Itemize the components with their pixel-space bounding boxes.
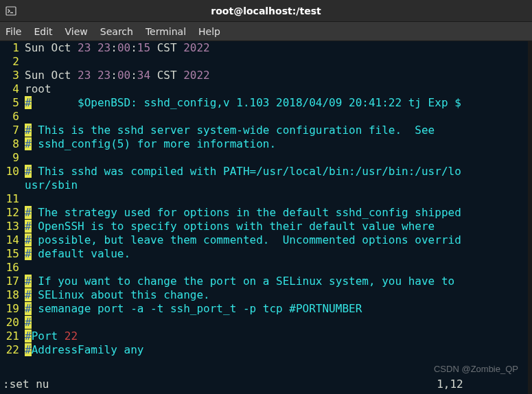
watermark: CSDN @Zombie_QP: [434, 362, 518, 376]
line-number: 19: [0, 302, 22, 316]
line-number: 5: [0, 96, 22, 110]
menu-view[interactable]: View: [65, 26, 88, 37]
editor-line[interactable]: 11: [0, 192, 532, 206]
line-content[interactable]: [22, 55, 25, 69]
line-content[interactable]: #AddressFamily any: [22, 343, 143, 357]
line-number: 6: [0, 110, 22, 124]
editor-line[interactable]: 3Sun Oct 23 23:00:34 CST 2022: [0, 69, 532, 82]
line-content[interactable]: # possible, but leave them commented. Un…: [22, 233, 461, 247]
editor-line[interactable]: 14# possible, but leave them commented. …: [0, 233, 532, 247]
editor-line[interactable]: 18# SELinux about this change.: [0, 288, 532, 302]
editor-line[interactable]: 2: [0, 55, 532, 69]
editor-line[interactable]: 4root: [0, 82, 532, 96]
line-number: 16: [0, 261, 22, 275]
editor-pane[interactable]: 1Sun Oct 23 23:00:15 CST 202223Sun Oct 2…: [0, 41, 532, 394]
line-content[interactable]: # If you want to change the port on a SE…: [22, 275, 461, 288]
editor-line[interactable]: 12# The strategy used for options in the…: [0, 206, 532, 220]
editor-line[interactable]: 15# default value.: [0, 247, 532, 261]
cursor-position: 1,12: [437, 378, 529, 391]
scrollbar[interactable]: [528, 41, 532, 394]
line-content[interactable]: root: [22, 82, 51, 96]
titlebar: root@localhost:/test: [0, 0, 532, 22]
line-number: 11: [0, 192, 22, 206]
menu-search[interactable]: Search: [100, 26, 133, 37]
line-content[interactable]: # $OpenBSD: sshd_config,v 1.103 2018/04/…: [22, 96, 461, 110]
editor-line[interactable]: 7# This is the sshd server system-wide c…: [0, 124, 532, 137]
menu-help[interactable]: Help: [198, 26, 220, 37]
line-content[interactable]: #Port 22: [22, 329, 78, 343]
line-number: 7: [0, 124, 22, 137]
line-content[interactable]: # This sshd was compiled with PATH=/usr/…: [22, 165, 461, 178]
editor-line[interactable]: usr/sbin: [0, 178, 532, 192]
editor-line[interactable]: 5# $OpenBSD: sshd_config,v 1.103 2018/04…: [0, 96, 532, 110]
line-content[interactable]: # SELinux about this change.: [22, 288, 210, 302]
line-content[interactable]: # default value.: [22, 247, 130, 261]
editor-line[interactable]: 22#AddressFamily any: [0, 343, 532, 357]
line-number: 4: [0, 82, 22, 96]
line-number: 1: [0, 41, 22, 55]
line-content[interactable]: usr/sbin: [22, 178, 78, 192]
editor-line[interactable]: 9: [0, 151, 532, 165]
menu-file[interactable]: File: [5, 26, 21, 37]
command-line[interactable]: :set nu: [3, 378, 49, 391]
editor-line[interactable]: 1Sun Oct 23 23:00:15 CST 2022: [0, 41, 532, 55]
line-number: 10: [0, 165, 22, 178]
editor-line[interactable]: 16: [0, 261, 532, 275]
line-content[interactable]: [22, 151, 25, 165]
editor-line[interactable]: 6: [0, 110, 532, 124]
line-content[interactable]: [22, 110, 25, 124]
editor-line[interactable]: 19# semanage port -a -t ssh_port_t -p tc…: [0, 302, 532, 316]
line-content[interactable]: # sshd_config(5) for more information.: [22, 137, 276, 151]
line-content[interactable]: # This is the sshd server system-wide co…: [22, 124, 435, 137]
menu-edit[interactable]: Edit: [34, 26, 52, 37]
line-content[interactable]: Sun Oct 23 23:00:15 CST 2022: [22, 41, 210, 55]
line-number: 21: [0, 329, 22, 343]
editor-line[interactable]: 21#Port 22: [0, 329, 532, 343]
editor-line[interactable]: 10# This sshd was compiled with PATH=/us…: [0, 165, 532, 178]
editor-line[interactable]: 17# If you want to change the port on a …: [0, 275, 532, 288]
line-number: 2: [0, 55, 22, 69]
svg-rect-0: [6, 7, 16, 15]
line-number: 20: [0, 316, 22, 329]
status-line: :set nu 1,12: [0, 378, 532, 391]
terminal-icon: [5, 5, 16, 16]
line-content[interactable]: [22, 261, 25, 275]
menu-terminal[interactable]: Terminal: [146, 26, 186, 37]
editor-line[interactable]: 13# OpenSSH is to specify options with t…: [0, 220, 532, 233]
line-number: 17: [0, 275, 22, 288]
line-number: 14: [0, 233, 22, 247]
editor-line[interactable]: 8# sshd_config(5) for more information.: [0, 137, 532, 151]
line-content[interactable]: [22, 192, 25, 206]
line-number: 9: [0, 151, 22, 165]
editor-lines[interactable]: 1Sun Oct 23 23:00:15 CST 202223Sun Oct 2…: [0, 41, 532, 357]
editor-line[interactable]: 20#: [0, 316, 532, 329]
line-content[interactable]: # The strategy used for options in the d…: [22, 206, 461, 220]
line-number: 22: [0, 343, 22, 357]
line-number: 13: [0, 220, 22, 233]
line-number: 18: [0, 288, 22, 302]
line-number: [0, 178, 22, 192]
menubar: File Edit View Search Terminal Help: [0, 22, 532, 41]
line-content[interactable]: # semanage port -a -t ssh_port_t -p tcp …: [22, 302, 362, 316]
line-content[interactable]: # OpenSSH is to specify options with the…: [22, 220, 435, 233]
line-number: 12: [0, 206, 22, 220]
line-content[interactable]: #: [22, 316, 32, 329]
window-title: root@localhost:/test: [0, 5, 532, 16]
line-content[interactable]: Sun Oct 23 23:00:34 CST 2022: [22, 69, 210, 82]
line-number: 3: [0, 69, 22, 82]
line-number: 8: [0, 137, 22, 151]
line-number: 15: [0, 247, 22, 261]
